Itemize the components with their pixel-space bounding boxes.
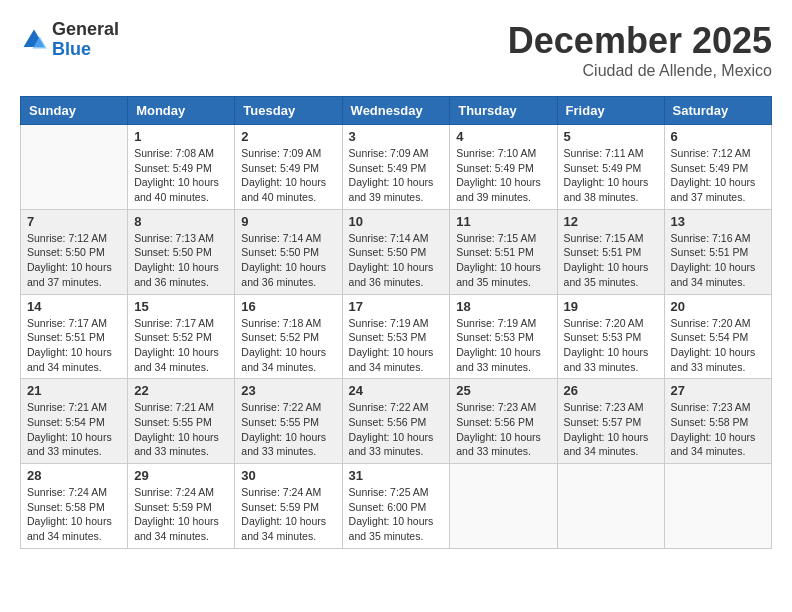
header-cell-monday: Monday [128,97,235,125]
day-number: 7 [27,214,121,229]
day-info: Sunrise: 7:23 AM Sunset: 5:57 PM Dayligh… [564,400,658,459]
day-number: 8 [134,214,228,229]
day-number: 30 [241,468,335,483]
day-cell: 28Sunrise: 7:24 AM Sunset: 5:58 PM Dayli… [21,464,128,549]
day-number: 17 [349,299,444,314]
day-cell: 8Sunrise: 7:13 AM Sunset: 5:50 PM Daylig… [128,209,235,294]
day-cell: 4Sunrise: 7:10 AM Sunset: 5:49 PM Daylig… [450,125,557,210]
month-title: December 2025 [508,20,772,62]
day-cell: 31Sunrise: 7:25 AM Sunset: 6:00 PM Dayli… [342,464,450,549]
day-cell: 14Sunrise: 7:17 AM Sunset: 5:51 PM Dayli… [21,294,128,379]
day-info: Sunrise: 7:25 AM Sunset: 6:00 PM Dayligh… [349,485,444,544]
header-cell-wednesday: Wednesday [342,97,450,125]
day-number: 23 [241,383,335,398]
day-info: Sunrise: 7:21 AM Sunset: 5:55 PM Dayligh… [134,400,228,459]
day-info: Sunrise: 7:19 AM Sunset: 5:53 PM Dayligh… [456,316,550,375]
day-info: Sunrise: 7:09 AM Sunset: 5:49 PM Dayligh… [349,146,444,205]
day-number: 9 [241,214,335,229]
day-cell: 18Sunrise: 7:19 AM Sunset: 5:53 PM Dayli… [450,294,557,379]
day-cell: 29Sunrise: 7:24 AM Sunset: 5:59 PM Dayli… [128,464,235,549]
calendar-header: SundayMondayTuesdayWednesdayThursdayFrid… [21,97,772,125]
day-cell: 21Sunrise: 7:21 AM Sunset: 5:54 PM Dayli… [21,379,128,464]
day-info: Sunrise: 7:11 AM Sunset: 5:49 PM Dayligh… [564,146,658,205]
day-number: 24 [349,383,444,398]
day-cell: 10Sunrise: 7:14 AM Sunset: 5:50 PM Dayli… [342,209,450,294]
day-number: 4 [456,129,550,144]
day-cell: 12Sunrise: 7:15 AM Sunset: 5:51 PM Dayli… [557,209,664,294]
day-cell: 3Sunrise: 7:09 AM Sunset: 5:49 PM Daylig… [342,125,450,210]
day-info: Sunrise: 7:17 AM Sunset: 5:51 PM Dayligh… [27,316,121,375]
logo-general-text: General [52,20,119,40]
day-cell: 5Sunrise: 7:11 AM Sunset: 5:49 PM Daylig… [557,125,664,210]
day-number: 2 [241,129,335,144]
day-info: Sunrise: 7:15 AM Sunset: 5:51 PM Dayligh… [456,231,550,290]
day-info: Sunrise: 7:10 AM Sunset: 5:49 PM Dayligh… [456,146,550,205]
day-cell: 9Sunrise: 7:14 AM Sunset: 5:50 PM Daylig… [235,209,342,294]
day-number: 29 [134,468,228,483]
day-cell: 11Sunrise: 7:15 AM Sunset: 5:51 PM Dayli… [450,209,557,294]
day-info: Sunrise: 7:09 AM Sunset: 5:49 PM Dayligh… [241,146,335,205]
page-header: General Blue December 2025 Ciudad de All… [20,20,772,80]
day-number: 14 [27,299,121,314]
day-cell: 17Sunrise: 7:19 AM Sunset: 5:53 PM Dayli… [342,294,450,379]
day-cell: 30Sunrise: 7:24 AM Sunset: 5:59 PM Dayli… [235,464,342,549]
week-row-2: 7Sunrise: 7:12 AM Sunset: 5:50 PM Daylig… [21,209,772,294]
day-number: 16 [241,299,335,314]
day-cell [21,125,128,210]
day-cell: 15Sunrise: 7:17 AM Sunset: 5:52 PM Dayli… [128,294,235,379]
day-cell: 27Sunrise: 7:23 AM Sunset: 5:58 PM Dayli… [664,379,771,464]
logo-blue-text: Blue [52,40,119,60]
calendar-body: 1Sunrise: 7:08 AM Sunset: 5:49 PM Daylig… [21,125,772,549]
logo-icon [20,26,48,54]
day-info: Sunrise: 7:22 AM Sunset: 5:55 PM Dayligh… [241,400,335,459]
week-row-3: 14Sunrise: 7:17 AM Sunset: 5:51 PM Dayli… [21,294,772,379]
day-cell: 23Sunrise: 7:22 AM Sunset: 5:55 PM Dayli… [235,379,342,464]
logo: General Blue [20,20,119,60]
day-cell: 26Sunrise: 7:23 AM Sunset: 5:57 PM Dayli… [557,379,664,464]
day-info: Sunrise: 7:17 AM Sunset: 5:52 PM Dayligh… [134,316,228,375]
day-number: 10 [349,214,444,229]
day-number: 22 [134,383,228,398]
header-cell-thursday: Thursday [450,97,557,125]
day-number: 18 [456,299,550,314]
header-cell-sunday: Sunday [21,97,128,125]
day-cell: 2Sunrise: 7:09 AM Sunset: 5:49 PM Daylig… [235,125,342,210]
day-number: 6 [671,129,765,144]
day-cell: 25Sunrise: 7:23 AM Sunset: 5:56 PM Dayli… [450,379,557,464]
week-row-1: 1Sunrise: 7:08 AM Sunset: 5:49 PM Daylig… [21,125,772,210]
day-number: 12 [564,214,658,229]
day-info: Sunrise: 7:20 AM Sunset: 5:53 PM Dayligh… [564,316,658,375]
header-cell-tuesday: Tuesday [235,97,342,125]
day-number: 1 [134,129,228,144]
logo-text: General Blue [52,20,119,60]
day-info: Sunrise: 7:24 AM Sunset: 5:59 PM Dayligh… [134,485,228,544]
title-block: December 2025 Ciudad de Allende, Mexico [508,20,772,80]
day-number: 3 [349,129,444,144]
day-cell: 13Sunrise: 7:16 AM Sunset: 5:51 PM Dayli… [664,209,771,294]
day-cell: 24Sunrise: 7:22 AM Sunset: 5:56 PM Dayli… [342,379,450,464]
location: Ciudad de Allende, Mexico [508,62,772,80]
day-info: Sunrise: 7:12 AM Sunset: 5:50 PM Dayligh… [27,231,121,290]
header-cell-friday: Friday [557,97,664,125]
day-info: Sunrise: 7:23 AM Sunset: 5:56 PM Dayligh… [456,400,550,459]
day-number: 31 [349,468,444,483]
week-row-4: 21Sunrise: 7:21 AM Sunset: 5:54 PM Dayli… [21,379,772,464]
day-cell: 6Sunrise: 7:12 AM Sunset: 5:49 PM Daylig… [664,125,771,210]
day-info: Sunrise: 7:14 AM Sunset: 5:50 PM Dayligh… [241,231,335,290]
day-cell [557,464,664,549]
day-cell: 7Sunrise: 7:12 AM Sunset: 5:50 PM Daylig… [21,209,128,294]
day-info: Sunrise: 7:08 AM Sunset: 5:49 PM Dayligh… [134,146,228,205]
day-cell [450,464,557,549]
day-info: Sunrise: 7:20 AM Sunset: 5:54 PM Dayligh… [671,316,765,375]
day-number: 19 [564,299,658,314]
day-info: Sunrise: 7:14 AM Sunset: 5:50 PM Dayligh… [349,231,444,290]
day-number: 25 [456,383,550,398]
day-info: Sunrise: 7:12 AM Sunset: 5:49 PM Dayligh… [671,146,765,205]
day-number: 5 [564,129,658,144]
day-cell: 1Sunrise: 7:08 AM Sunset: 5:49 PM Daylig… [128,125,235,210]
day-info: Sunrise: 7:13 AM Sunset: 5:50 PM Dayligh… [134,231,228,290]
day-info: Sunrise: 7:18 AM Sunset: 5:52 PM Dayligh… [241,316,335,375]
header-cell-saturday: Saturday [664,97,771,125]
day-cell: 16Sunrise: 7:18 AM Sunset: 5:52 PM Dayli… [235,294,342,379]
day-number: 28 [27,468,121,483]
